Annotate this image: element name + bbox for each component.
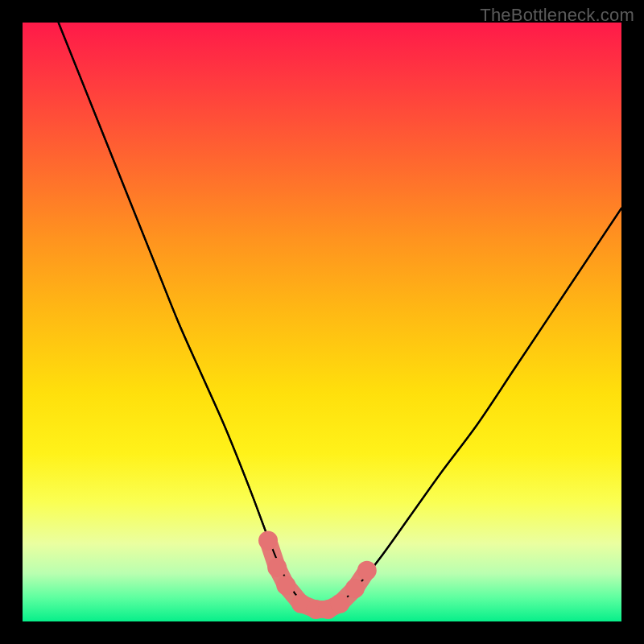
plot-area [23, 23, 621, 621]
highlight-dot [345, 579, 365, 598]
highlight-dot [357, 561, 377, 580]
bottleneck-curve [59, 23, 621, 611]
highlight-dot [267, 558, 287, 577]
chart-frame: TheBottleneck.com [0, 0, 644, 644]
highlight-dot [276, 576, 295, 595]
highlight-dot [258, 531, 278, 551]
highlight-dots [258, 531, 377, 620]
highlight-dot [330, 594, 349, 613]
curve-layer [23, 23, 621, 621]
bottleneck-curve-overlay [59, 23, 621, 611]
